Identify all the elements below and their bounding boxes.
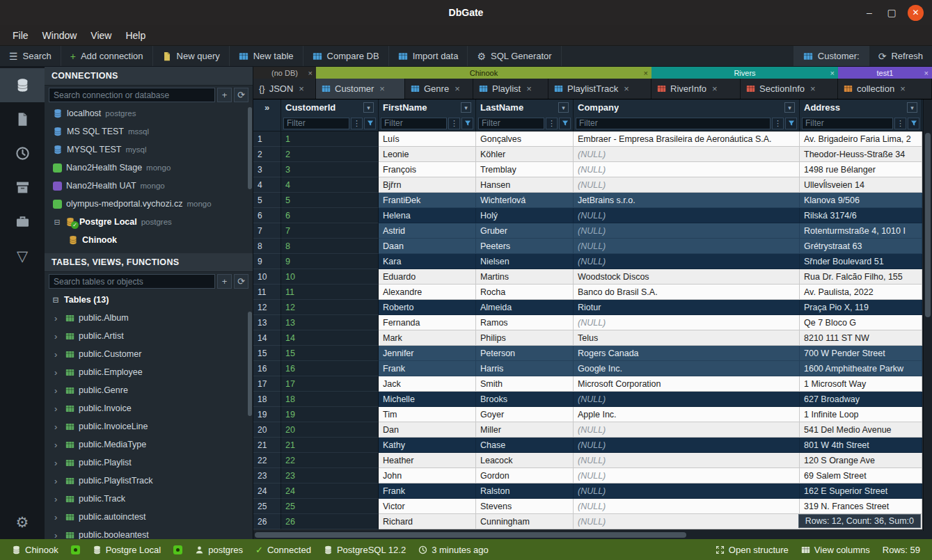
tab-riverinfo[interactable]: RiverInfo× [651, 79, 741, 99]
cell-lastname[interactable]: Gruber [476, 223, 574, 239]
close-icon[interactable]: × [379, 83, 385, 94]
filter-funnel-button[interactable] [785, 118, 797, 129]
cell-company[interactable]: (NULL) [574, 315, 800, 330]
close-icon[interactable]: × [644, 69, 648, 77]
cell-company[interactable]: Embraer - Empresa Brasileira de Aeronáut… [574, 131, 800, 147]
row-number-cell[interactable]: 4 [253, 177, 281, 193]
cell-address[interactable]: Av. Paulista, 2022 [800, 285, 922, 300]
toolbar-new-query-button[interactable]: New query [153, 46, 230, 66]
menu-view[interactable]: View [84, 27, 118, 44]
row-number-cell[interactable]: 23 [253, 468, 281, 483]
cell-firstname[interactable]: Roberto [379, 300, 476, 315]
connections-scrollbar[interactable] [248, 107, 252, 189]
connection-item[interactable]: localhostpostgres [45, 104, 253, 122]
close-icon[interactable]: × [924, 69, 929, 77]
cell-address[interactable]: 1 Infinite Loop [800, 407, 922, 422]
cell-lastname[interactable]: Chase [476, 438, 574, 453]
cell-lastname[interactable]: Tremblay [476, 162, 574, 177]
table-item[interactable]: ›public.Track [45, 490, 253, 508]
toolbar-search-button[interactable]: ☰Search [0, 46, 61, 66]
cell-address[interactable]: Rotenturmstraße 4, 1010 I [800, 223, 922, 239]
menu-help[interactable]: Help [118, 27, 152, 44]
chevron-down-icon[interactable]: ▾ [907, 102, 917, 113]
row-number-cell[interactable]: 25 [253, 499, 281, 514]
toolbar-customer-button[interactable]: Customer: [793, 46, 869, 66]
add-table-button[interactable]: + [217, 274, 232, 289]
close-icon[interactable]: × [299, 83, 304, 94]
cell-address[interactable]: 1600 Amphitheatre Parkw [800, 361, 922, 376]
cell-lastname[interactable]: Hansen [476, 177, 574, 193]
cell-customerid[interactable]: 14 [281, 330, 379, 346]
menu-window[interactable]: Window [35, 27, 84, 44]
row-number-cell[interactable]: 19 [253, 407, 281, 422]
filter-input[interactable] [802, 118, 893, 129]
cell-address[interactable]: Rua Dr. Falcão Filho, 155 [800, 269, 922, 285]
close-icon[interactable]: × [900, 83, 906, 94]
cell-customerid[interactable]: 8 [281, 239, 379, 254]
column-header-firstname[interactable]: FirstName▾ [379, 99, 476, 115]
cell-firstname[interactable]: Eduardo [379, 269, 476, 285]
filter-input[interactable] [576, 118, 771, 129]
tab-group-rivers[interactable]: Rivers× [651, 67, 838, 79]
refresh-connections-button[interactable]: ⟳ [234, 88, 248, 102]
tab-group-chinook[interactable]: Chinook× [316, 67, 651, 79]
chevron-down-icon[interactable]: ▾ [784, 102, 795, 113]
cell-company[interactable]: (NULL) [574, 208, 800, 223]
cell-customerid[interactable]: 7 [281, 223, 379, 239]
table-item[interactable]: ›public.MediaType [45, 435, 253, 454]
cell-company[interactable]: (NULL) [574, 177, 800, 193]
cell-firstname[interactable]: Alexandre [379, 285, 476, 300]
connections-search-input[interactable] [49, 88, 215, 102]
filter-funnel-button[interactable] [461, 118, 473, 129]
status-view-columns[interactable]: View columns [795, 545, 876, 555]
cell-customerid[interactable]: 2 [281, 147, 379, 162]
cell-lastname[interactable]: Peterson [476, 346, 574, 361]
chevron-down-icon[interactable]: ▾ [558, 102, 569, 113]
cell-customerid[interactable]: 6 [281, 208, 379, 223]
column-header-customerid[interactable]: CustomerId▾ [281, 99, 379, 115]
row-number-cell[interactable]: 22 [253, 453, 281, 468]
cell-company[interactable]: (NULL) [574, 499, 800, 514]
cell-company[interactable]: (NULL) [574, 223, 800, 239]
tab-collection[interactable]: collection× [838, 79, 932, 99]
filter-menu-button[interactable]: ⋮ [448, 118, 460, 129]
connection-item[interactable]: Nano2Health UATmongo [45, 177, 253, 195]
cell-lastname[interactable]: Smith [476, 376, 574, 392]
cell-customerid[interactable]: 3 [281, 162, 379, 177]
close-button[interactable]: ✕ [908, 5, 924, 21]
cell-firstname[interactable]: Victor [379, 499, 476, 514]
cell-lastname[interactable]: Almeida [476, 300, 574, 315]
cell-company[interactable]: Microsoft Corporation [574, 376, 800, 392]
cell-address[interactable]: 627 Broadway [800, 392, 922, 407]
row-number-cell[interactable]: 8 [253, 239, 281, 254]
row-number-cell[interactable]: 21 [253, 438, 281, 453]
cell-address[interactable]: 700 W Pender Street [800, 346, 922, 361]
cell-customerid[interactable]: 1 [281, 131, 379, 147]
cell-address[interactable]: 162 E Superior Street [800, 483, 922, 499]
refresh-tables-button[interactable]: ⟳ [234, 274, 248, 289]
row-number-cell[interactable]: 17 [253, 376, 281, 392]
cell-company[interactable]: (NULL) [574, 514, 800, 529]
chevron-down-icon[interactable]: ▾ [461, 102, 471, 113]
cell-firstname[interactable]: Richard [379, 514, 476, 529]
cell-lastname[interactable]: Cunningham [476, 514, 574, 529]
cell-company[interactable]: Rogers Canada [574, 346, 800, 361]
menu-file[interactable]: File [6, 27, 35, 44]
cell-customerid[interactable]: 16 [281, 361, 379, 376]
cell-firstname[interactable]: Daan [379, 239, 476, 254]
cell-customerid[interactable]: 11 [281, 285, 379, 300]
cell-address[interactable]: Praça Pio X, 119 [800, 300, 922, 315]
cell-lastname[interactable]: Philips [476, 330, 574, 346]
connections-header[interactable]: CONNECTIONS [45, 67, 253, 86]
rail-cell-data-button[interactable]: ▽ [0, 239, 45, 273]
cell-customerid[interactable]: 13 [281, 315, 379, 330]
cell-lastname[interactable]: Wichterlová [476, 193, 574, 208]
row-number-cell[interactable]: 11 [253, 285, 281, 300]
cell-firstname[interactable]: Helena [379, 208, 476, 223]
row-number-cell[interactable]: 7 [253, 223, 281, 239]
cell-address[interactable]: Sřnder Boulevard 51 [800, 254, 922, 269]
row-number-cell[interactable]: 1 [253, 131, 281, 147]
cell-company[interactable]: (NULL) [574, 254, 800, 269]
table-item[interactable]: ›public.Invoice [45, 399, 253, 417]
vertical-scroll-thumb[interactable] [925, 133, 931, 317]
